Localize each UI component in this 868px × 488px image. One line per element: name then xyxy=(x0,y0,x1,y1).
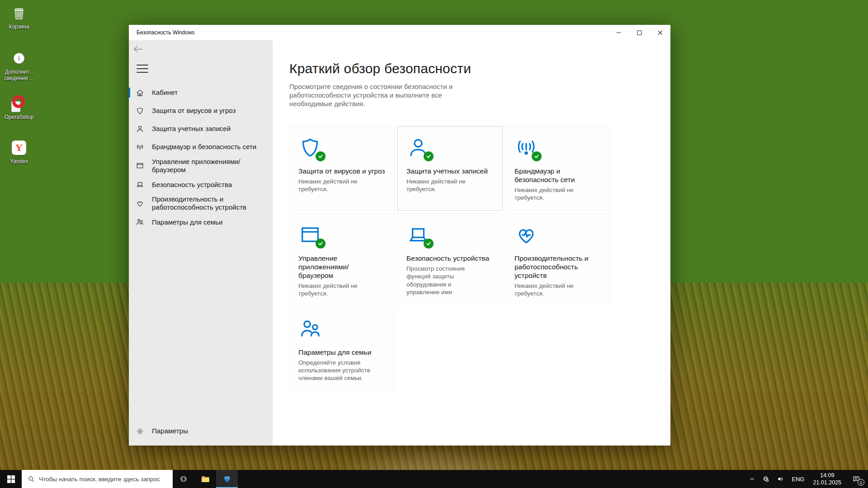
folder-icon xyxy=(201,474,210,484)
status-ok-badge xyxy=(424,239,434,249)
system-tray: ENG 14:09 21.01.2025 1 xyxy=(747,470,868,488)
taskbar: Чтобы начать поиск, введите здесь запрос xyxy=(0,470,868,488)
defender-shield-icon xyxy=(223,475,231,483)
sidebar-item-label: Брандмауэр и безопасность сети xyxy=(152,143,256,151)
tile-title: Безопасность устройства xyxy=(406,254,495,263)
tile-status-text: Никаких действий не требуется. xyxy=(514,282,603,298)
tile-family-options[interactable]: Параметры для семьи Определяйте условия … xyxy=(289,307,395,392)
taskbar-spacer xyxy=(238,470,747,488)
sidebar-item-virus-threat-protection[interactable]: Защита от вирусов и угроз xyxy=(129,102,273,120)
gear-icon xyxy=(136,427,144,436)
minimize-button[interactable] xyxy=(608,25,629,40)
status-ok-badge xyxy=(532,151,542,161)
tile-status-text: Никаких действий не требуется. xyxy=(298,178,387,193)
desktop-icon-recycle-bin[interactable]: Корзина xyxy=(0,5,38,30)
sidebar-item-account-protection[interactable]: Защита учетных записей xyxy=(129,120,273,138)
sidebar-item-home[interactable]: Кабинет xyxy=(129,84,273,102)
sidebar-item-label: Защита учетных записей xyxy=(152,125,231,133)
person-icon xyxy=(136,125,144,133)
chevron-up-icon xyxy=(749,476,755,482)
desktop-icon-label: Дополнит... сведения ... xyxy=(4,69,34,82)
sidebar-item-label: Кабинет xyxy=(152,89,178,97)
sidebar-item-label: Параметры xyxy=(152,427,188,435)
opera-logo-icon xyxy=(10,95,28,112)
tile-status-text: Никаких действий не требуется. xyxy=(298,282,387,298)
family-icon xyxy=(298,317,322,341)
speaker-icon xyxy=(777,475,784,483)
network-icon xyxy=(136,143,144,151)
laptop-icon xyxy=(136,180,144,189)
desktop-icon-opera-setup[interactable]: OperaSetup xyxy=(0,95,38,120)
family-icon xyxy=(136,218,144,226)
menu-toggle-button[interactable] xyxy=(137,65,148,73)
maximize-button[interactable] xyxy=(629,25,650,40)
tile-title: Брандмауэр и безопасность сети xyxy=(514,167,587,184)
network-status-button[interactable] xyxy=(760,470,772,488)
sidebar-item-family-options[interactable]: Параметры для семьи xyxy=(129,213,273,231)
sidebar-item-device-security[interactable]: Безопасность устройства xyxy=(129,175,273,193)
tray-expand-button[interactable] xyxy=(747,470,757,488)
page-subtitle: Просмотрите сведения о состоянии безопас… xyxy=(289,82,467,108)
clock-time: 14:09 xyxy=(820,472,834,479)
tile-title: Управление приложениями/браузером xyxy=(298,254,382,280)
task-view-button[interactable] xyxy=(173,470,194,488)
titlebar[interactable]: Безопасность Windows xyxy=(129,25,670,40)
language-indicator[interactable]: ENG xyxy=(789,476,807,483)
start-button[interactable] xyxy=(0,470,22,488)
main-content: Краткий обзор безопасности Просмотрите с… xyxy=(273,40,670,446)
taskbar-search-input[interactable]: Чтобы начать поиск, введите здесь запрос xyxy=(22,470,173,488)
tile-virus-threat-protection[interactable]: Защита от вирусов и угроз Никаких действ… xyxy=(289,126,395,211)
sidebar-item-label: Безопасность устройства xyxy=(152,181,232,189)
desktop-icon-label: Корзина xyxy=(9,23,29,30)
status-ok-badge xyxy=(316,239,326,249)
windows-security-window: Безопасность Windows xyxy=(129,25,670,446)
sidebar-nav: Кабинет Защита от вирусов и угроз xyxy=(129,84,273,231)
clock[interactable]: 14:09 21.01.2025 xyxy=(810,472,844,487)
status-ok-badge xyxy=(316,151,326,161)
tile-title: Параметры для семьи xyxy=(298,348,387,357)
heart-icon xyxy=(514,223,538,247)
tile-firewall-network[interactable]: Брандмауэр и безопасность сети Никаких д… xyxy=(505,126,611,211)
desktop-icon-additional-info[interactable]: i Дополнит... сведения ... xyxy=(0,50,38,82)
close-button[interactable] xyxy=(650,25,670,40)
desktop-icon-label: OperaSetup xyxy=(5,114,34,120)
task-view-icon xyxy=(179,475,188,483)
status-ok-badge xyxy=(424,151,434,161)
sidebar: Кабинет Защита от вирусов и угроз xyxy=(129,40,273,446)
desktop: Корзина i Дополнит... сведения ... Opera… xyxy=(0,0,868,488)
sidebar-item-app-browser-control[interactable]: Управление приложениями/браузером xyxy=(129,156,273,175)
tile-device-performance-health[interactable]: Производительность и работоспособность у… xyxy=(505,213,611,305)
sidebar-item-firewall-network[interactable]: Брандмауэр и безопасность сети xyxy=(129,138,273,156)
window-title: Безопасность Windows xyxy=(129,29,608,36)
tile-account-protection[interactable]: Защита учетных записей Никаких действий … xyxy=(397,126,503,211)
globe-no-internet-icon xyxy=(762,475,769,483)
sidebar-item-label: Параметры для семьи xyxy=(152,218,222,226)
shield-icon xyxy=(136,107,144,115)
tile-status-text: Никаких действий не требуется. xyxy=(514,186,603,202)
page-title: Краткий обзор безопасности xyxy=(289,61,657,76)
windows-security-taskbar-button[interactable] xyxy=(216,470,238,488)
tile-app-browser-control[interactable]: Управление приложениями/браузером Никаки… xyxy=(289,213,395,305)
clock-date: 21.01.2025 xyxy=(813,479,841,486)
windows-logo-icon xyxy=(7,475,15,483)
security-tiles-grid: Защита от вирусов и угроз Никаких действ… xyxy=(289,126,657,392)
notification-count-badge: 1 xyxy=(858,479,864,486)
sidebar-item-label: Производительность и работоспособность у… xyxy=(152,195,256,211)
search-icon xyxy=(28,475,35,483)
desktop-icon-label: Yandex xyxy=(10,158,28,164)
sidebar-item-label: Управление приложениями/браузером xyxy=(152,158,268,174)
home-icon xyxy=(136,89,144,97)
file-explorer-button[interactable] xyxy=(194,470,216,488)
app-window-icon xyxy=(136,161,144,170)
desktop-icon-yandex[interactable]: Y Yandex xyxy=(0,139,38,164)
sidebar-item-device-performance-health[interactable]: Производительность и работоспособность у… xyxy=(129,193,273,213)
action-center-button[interactable]: 1 xyxy=(847,470,865,488)
back-button[interactable] xyxy=(133,44,151,55)
sidebar-item-settings[interactable]: Параметры xyxy=(129,422,273,440)
volume-button[interactable] xyxy=(774,470,786,488)
tile-title: Производительность и работоспособность у… xyxy=(514,254,594,280)
tile-title: Защита от вирусов и угроз xyxy=(298,167,387,176)
tile-device-security[interactable]: Безопасность устройства Просмотр состоян… xyxy=(397,213,503,305)
search-placeholder: Чтобы начать поиск, введите здесь запрос xyxy=(39,476,160,483)
info-file-icon: i xyxy=(10,50,28,67)
